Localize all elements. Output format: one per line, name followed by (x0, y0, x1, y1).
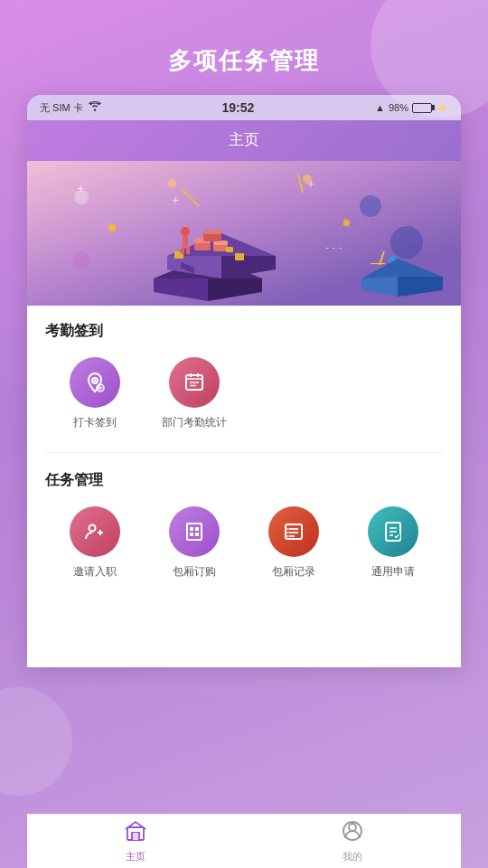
bg-decoration-circle-bottom (0, 687, 72, 796)
svg-point-67 (287, 535, 289, 537)
attendance-section-title: 考勤签到 (45, 322, 443, 341)
svg-point-53 (89, 525, 96, 532)
svg-text:+: + (77, 181, 84, 195)
svg-rect-33 (186, 247, 190, 254)
svg-rect-56 (187, 524, 202, 540)
svg-point-66 (287, 532, 289, 533)
svg-rect-58 (195, 527, 199, 531)
banner-illustration: + + + — (27, 161, 461, 306)
svg-rect-26 (203, 230, 221, 234)
phone-card: 无 SIM 卡 19:52 ▲ 98% ⚡ 主页 (27, 95, 461, 667)
app-header-title: 主页 (229, 131, 259, 148)
svg-rect-60 (195, 533, 199, 536)
dept-attendance-item[interactable]: 部门考勤统计 (145, 357, 244, 430)
svg-point-5 (390, 226, 423, 259)
general-apply-item[interactable]: 通用申请 (343, 506, 443, 580)
checkin-item[interactable]: 打卡签到 (45, 357, 145, 430)
placeholder-1 (244, 357, 343, 430)
tasks-grid: 邀请入职 包厢订购 (45, 506, 443, 580)
svg-rect-28 (235, 253, 244, 260)
app-header: 主页 (27, 120, 461, 161)
main-content: 考勤签到 打卡签到 (27, 306, 461, 667)
svg-text:- - -: - - - (325, 241, 343, 254)
status-time: 19:52 (221, 100, 254, 115)
general-apply-label: 通用申请 (371, 564, 415, 580)
svg-point-30 (181, 227, 190, 236)
svg-point-4 (360, 195, 381, 217)
room-order-label: 包厢订购 (173, 564, 216, 580)
invite-icon-circle (70, 506, 120, 557)
tasks-section-title: 任务管理 (45, 471, 443, 490)
attendance-grid: 打卡签到 部门考勤统计 (45, 357, 443, 430)
no-sim-text: 无 SIM 卡 (40, 101, 83, 115)
svg-point-65 (287, 528, 289, 530)
checkin-icon-circle (70, 357, 120, 408)
invite-label: 邀请入职 (73, 564, 117, 580)
svg-text:+: + (307, 176, 314, 191)
svg-point-45 (94, 380, 97, 382)
battery-icon (412, 103, 432, 113)
room-record-label: 包厢记录 (272, 564, 315, 580)
placeholder-2 (343, 357, 443, 430)
banner: + + + — (27, 161, 461, 306)
general-apply-icon-circle (368, 506, 418, 557)
dept-attendance-label: 部门考勤统计 (162, 415, 227, 430)
status-left: 无 SIM 卡 (40, 101, 101, 115)
svg-point-2 (167, 179, 176, 188)
svg-text:+: + (172, 193, 179, 207)
room-order-item[interactable]: 包厢订购 (145, 506, 244, 580)
invite-item[interactable]: 邀请入职 (45, 506, 145, 580)
dept-attendance-icon-circle (169, 357, 220, 408)
svg-rect-29 (226, 247, 233, 252)
gps-arrow-icon: ▲ (375, 102, 385, 113)
svg-rect-59 (190, 533, 193, 536)
room-record-item[interactable]: 包厢记录 (244, 506, 343, 580)
section-divider (45, 452, 443, 453)
svg-rect-57 (190, 527, 193, 531)
checkin-label: 打卡签到 (73, 415, 117, 430)
wifi-icon (89, 101, 101, 114)
svg-rect-31 (183, 236, 188, 247)
svg-point-6 (72, 251, 90, 269)
svg-rect-32 (181, 247, 184, 254)
room-order-icon-circle (169, 506, 220, 557)
room-record-icon-circle (268, 506, 319, 557)
